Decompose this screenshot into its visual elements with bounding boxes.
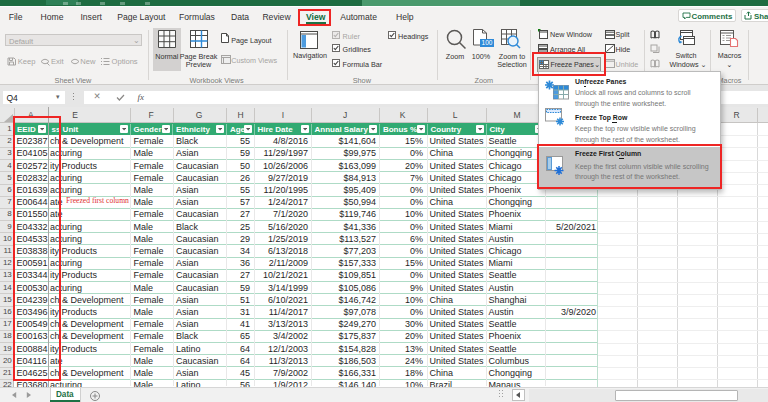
svg-text:100: 100: [482, 39, 493, 46]
